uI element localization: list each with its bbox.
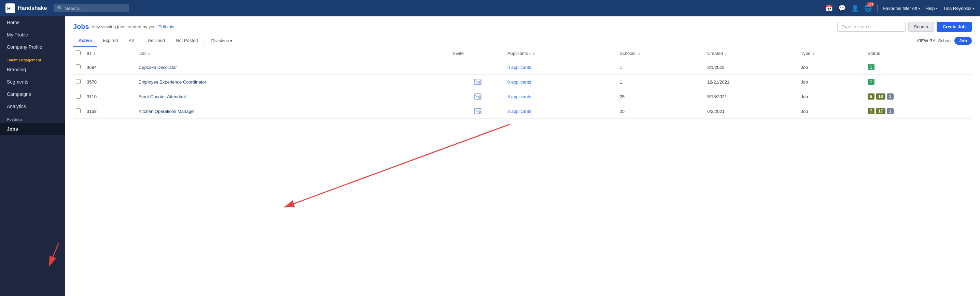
applicants-link-1[interactable]: 0 applicants <box>508 79 531 85</box>
sidebar-item-my-profile[interactable]: My Profile <box>0 28 65 41</box>
tab-all[interactable]: All <box>123 35 139 47</box>
sidebar-item-branding[interactable]: Branding <box>0 63 65 76</box>
row-created-2: 5/18/2021 <box>705 89 798 104</box>
view-by-job-button[interactable]: Job <box>955 37 972 45</box>
table-row: 3110 Front Counter Attendant 5 applicant… <box>73 89 972 104</box>
row-checkbox-cell <box>73 75 84 89</box>
status-badge: 1 <box>868 64 875 70</box>
app-logo[interactable]: H Handshake <box>5 3 47 13</box>
row-job-1[interactable]: Employee Experience Coordinator <box>136 75 450 89</box>
jobs-title-area: Jobs only viewing jobs created by you Ed… <box>73 23 174 31</box>
jobs-search-input[interactable] <box>837 22 905 32</box>
schools-column-header[interactable]: Schools ⇕ <box>617 47 705 60</box>
tab-not-posted[interactable]: Not Posted <box>170 35 203 47</box>
edit-this-link[interactable]: Edit this <box>158 24 174 29</box>
row-job-3[interactable]: Kitchen Operations Manager <box>136 104 450 119</box>
table-row: 3570 Employee Experience Coordinator 0 a… <box>73 75 972 89</box>
row-checkbox-3[interactable] <box>76 108 81 113</box>
global-search-box[interactable]: 🔍 <box>54 4 129 12</box>
top-navigation: H Handshake 🔍 📅 💬 👤 🌐 133 Favorites filt… <box>0 0 980 16</box>
row-id-3: 3138 <box>84 104 136 119</box>
row-invite-1[interactable] <box>450 75 505 89</box>
row-applicants-3[interactable]: 3 applicants <box>505 104 617 119</box>
jobs-header: Jobs only viewing jobs created by you Ed… <box>65 16 980 32</box>
jobs-table-wrapper: ID ⇕ Job ⇕ Invite Applicants ℹ <box>65 47 980 296</box>
create-job-button[interactable]: Create Job <box>937 22 972 32</box>
sidebar-item-company-profile[interactable]: Company Profile <box>0 41 65 53</box>
calendar-icon[interactable]: 📅 <box>825 5 833 12</box>
applicants-column-header[interactable]: Applicants ℹ ⇕ <box>505 47 617 60</box>
search-input[interactable] <box>65 6 119 11</box>
status-badge: 1 <box>868 79 875 85</box>
row-checkbox-1[interactable] <box>76 79 81 84</box>
info-icon: ℹ <box>529 52 531 55</box>
applicants-link-2[interactable]: 5 applicants <box>508 94 531 99</box>
sidebar-item-home[interactable]: Home <box>0 16 65 28</box>
main-content: Jobs only viewing jobs created by you Ed… <box>65 16 980 296</box>
svg-text:H: H <box>7 6 11 11</box>
view-by-label: VIEW BY <box>917 38 935 43</box>
jobs-search-area: Search Create Job <box>837 22 972 32</box>
jobs-search-button[interactable]: Search <box>908 22 934 32</box>
jobs-subtitle: only viewing jobs created by you <box>92 24 156 29</box>
invite-icon <box>474 108 482 114</box>
row-type-2: Job <box>798 89 865 104</box>
globe-icon[interactable]: 🌐 133 <box>864 5 872 12</box>
chevron-down-icon: ▾ <box>973 6 975 10</box>
row-schools-0: 1 <box>617 60 705 75</box>
tab-expired[interactable]: Expired <box>97 35 123 47</box>
view-by-section: VIEW BY School Job <box>917 37 972 45</box>
applicants-link-3[interactable]: 3 applicants <box>508 109 531 114</box>
job-column-header[interactable]: Job ⇕ <box>136 47 450 60</box>
user-menu-button[interactable]: Tina Reynolds ▾ <box>943 6 975 11</box>
message-icon[interactable]: 💬 <box>838 5 846 12</box>
select-all-checkbox[interactable] <box>76 51 81 55</box>
tab-active[interactable]: Active <box>73 35 97 47</box>
type-column-header[interactable]: Type ⇕ <box>798 47 865 60</box>
created-column-header[interactable]: Created △ <box>705 47 798 60</box>
row-invite-2[interactable] <box>450 89 505 104</box>
sidebar-item-segments[interactable]: Segments <box>0 76 65 88</box>
main-layout: Home My Profile Company Profile Talent E… <box>0 16 980 296</box>
sidebar-item-jobs[interactable]: Jobs <box>0 123 65 135</box>
row-type-3: Job <box>798 104 865 119</box>
sort-arrows-schools: ⇕ <box>638 52 640 55</box>
sidebar-item-analytics[interactable]: Analytics <box>0 100 65 112</box>
row-invite-0 <box>450 60 505 68</box>
row-schools-2: 25 <box>617 89 705 104</box>
row-applicants-2[interactable]: 5 applicants <box>505 89 617 104</box>
row-job-0[interactable]: Cupcake Decorator <box>136 60 450 75</box>
row-type-0: Job <box>798 60 865 75</box>
postings-section-label: Postings <box>0 112 65 123</box>
row-checkbox-0[interactable] <box>76 65 81 69</box>
status-badge: 7 <box>868 108 875 114</box>
applicants-link-0[interactable]: 0 applicants <box>508 65 531 70</box>
favorites-filter-button[interactable]: Favorites filter off ▾ <box>883 6 920 11</box>
row-job-2[interactable]: Front Counter Attendant <box>136 89 450 104</box>
jobs-title: Jobs <box>73 23 89 31</box>
tab-divisions[interactable]: Divisions ▾ <box>206 35 237 46</box>
help-button[interactable]: Help ▾ <box>926 6 938 11</box>
row-invite-3[interactable] <box>450 104 505 118</box>
row-checkbox-2[interactable] <box>76 94 81 98</box>
row-status-1: 1 <box>865 75 972 89</box>
user-icon[interactable]: 👤 <box>851 5 859 12</box>
row-checkbox-cell <box>73 104 84 119</box>
tab-declined[interactable]: Declined <box>142 35 171 47</box>
status-badge: 17 <box>876 108 885 114</box>
table-row: 3684 Cupcake Decorator 0 applicants 1 3/… <box>73 60 972 75</box>
row-applicants-1[interactable]: 0 applicants <box>505 75 617 89</box>
table-body: 3684 Cupcake Decorator 0 applicants 1 3/… <box>73 60 972 119</box>
row-applicants-0[interactable]: 0 applicants <box>505 60 617 75</box>
row-created-1: 12/21/2021 <box>705 75 798 89</box>
sidebar-item-campaigns[interactable]: Campaigns <box>0 88 65 100</box>
view-by-school-button[interactable]: School <box>938 38 952 43</box>
row-id-1: 3570 <box>84 75 136 89</box>
id-column-header[interactable]: ID ⇕ <box>84 47 136 60</box>
row-created-0: 3/1/2022 <box>705 60 798 75</box>
table-row: 3138 Kitchen Operations Manager 3 applic… <box>73 104 972 119</box>
row-type-1: Job <box>798 75 865 89</box>
status-badge: 6 <box>868 93 875 100</box>
jobs-table: ID ⇕ Job ⇕ Invite Applicants ℹ <box>73 47 972 119</box>
row-status-0: 1 <box>865 60 972 75</box>
